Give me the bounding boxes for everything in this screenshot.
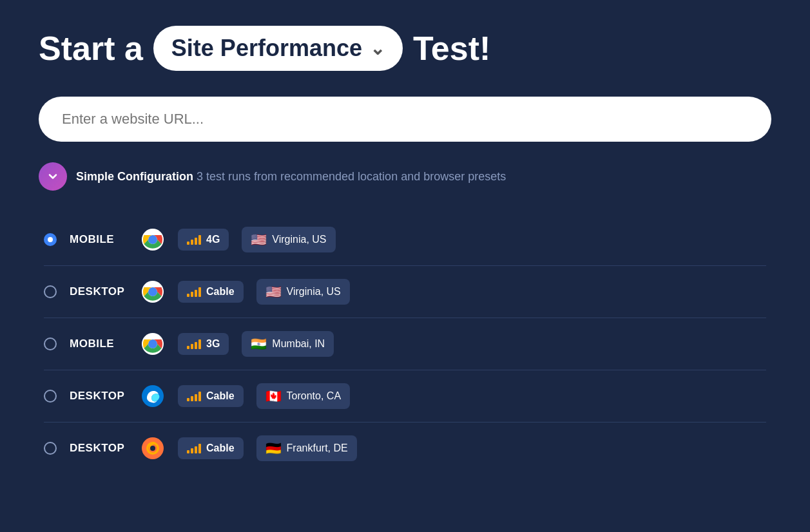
url-input[interactable] [39, 97, 771, 142]
browser-icon-firefox [140, 436, 165, 461]
signal-bars-icon [187, 234, 201, 245]
url-input-wrapper [39, 97, 771, 142]
table-row: DESKTOP Cable 🇨🇦 [44, 370, 766, 423]
table-row: MOBILE 3G [44, 318, 766, 370]
flag-icon: 🇺🇸 [265, 284, 282, 299]
table-row: MOBILE 4G [44, 214, 766, 266]
svg-point-13 [150, 446, 155, 451]
table-row: DESKTOP Cable [44, 266, 766, 318]
header-suffix: Test! [413, 29, 490, 68]
browser-icon-chrome [140, 280, 165, 304]
browser-icon-chrome [140, 332, 165, 356]
header-row: Start a Site Performance ⌄ Test! [39, 26, 771, 71]
device-label: DESKTOP [70, 442, 128, 455]
signal-bars-icon [187, 339, 201, 349]
svg-point-5 [150, 289, 156, 295]
location-label: Virginia, US [287, 286, 341, 298]
flag-icon: 🇩🇪 [265, 441, 282, 456]
simple-config-bold: Simple Configuration [76, 170, 193, 183]
browser-icon-edge [140, 384, 165, 408]
location-badge: 🇺🇸 Virginia, US [256, 279, 350, 305]
connection-badge: Cable [178, 385, 244, 407]
simple-config-muted: 3 test runs from recommended location an… [193, 170, 506, 183]
signal-bars-icon [187, 391, 201, 401]
chrome-icon [142, 229, 164, 251]
signal-bars-icon [187, 443, 201, 453]
table-row: DESKTOP Cable [44, 423, 766, 474]
browser-icon-chrome [140, 227, 165, 252]
device-label: MOBILE [70, 337, 128, 350]
signal-bars-icon [187, 287, 201, 297]
connection-badge: Cable [178, 437, 244, 459]
flag-icon: 🇮🇳 [251, 336, 267, 352]
location-badge: 🇩🇪 Frankfurt, DE [256, 435, 357, 461]
test-rows-container: MOBILE 4G [39, 214, 771, 474]
connection-label: Cable [206, 442, 235, 454]
test-type-dropdown[interactable]: Site Performance ⌄ [153, 26, 403, 71]
location-label: Toronto, CA [287, 390, 341, 402]
svg-point-8 [150, 341, 156, 347]
device-label: DESKTOP [70, 390, 128, 403]
location-badge: 🇮🇳 Mumbai, IN [242, 331, 334, 357]
radio-button-2[interactable] [44, 285, 57, 298]
connection-label: 3G [206, 338, 220, 350]
flag-icon: 🇺🇸 [251, 232, 267, 247]
device-label: MOBILE [70, 233, 128, 246]
connection-badge: 4G [178, 229, 229, 251]
main-container: Start a Site Performance ⌄ Test! Simple … [39, 26, 771, 474]
radio-button-1[interactable] [44, 233, 57, 246]
connection-badge: 3G [178, 333, 229, 355]
location-label: Frankfurt, DE [287, 442, 348, 454]
radio-button-4[interactable] [44, 390, 57, 403]
connection-label: Cable [206, 390, 235, 402]
edge-icon [142, 385, 164, 407]
simple-config-toggle[interactable] [39, 162, 67, 191]
connection-label: 4G [206, 234, 220, 245]
location-badge: 🇺🇸 Virginia, US [242, 227, 335, 252]
location-label: Virginia, US [272, 234, 326, 245]
simple-config-text: Simple Configuration 3 test runs from re… [76, 170, 506, 184]
device-label: DESKTOP [70, 285, 128, 298]
header-prefix: Start a [39, 29, 143, 68]
connection-badge: Cable [178, 281, 244, 303]
radio-button-3[interactable] [44, 337, 57, 350]
location-label: Mumbai, IN [272, 338, 325, 350]
chrome-icon [142, 281, 164, 303]
chrome-icon [142, 333, 164, 355]
firefox-icon [142, 437, 164, 459]
location-badge: 🇨🇦 Toronto, CA [256, 383, 350, 409]
chevron-down-icon: ⌄ [370, 38, 385, 59]
connection-label: Cable [206, 286, 235, 298]
flag-icon: 🇨🇦 [265, 388, 282, 404]
chevron-down-icon [46, 170, 59, 183]
dropdown-label: Site Performance [171, 35, 362, 62]
simple-config-row: Simple Configuration 3 test runs from re… [39, 162, 771, 191]
radio-button-5[interactable] [44, 442, 57, 455]
svg-point-2 [150, 237, 156, 243]
